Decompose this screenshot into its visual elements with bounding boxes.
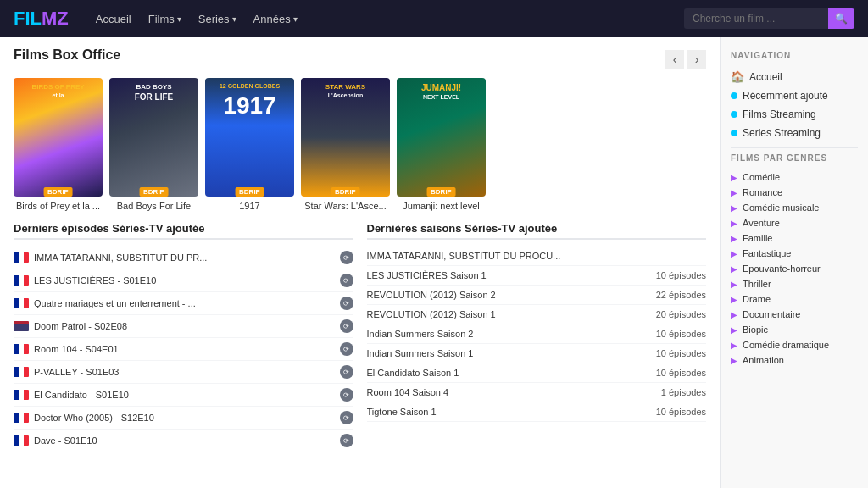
movies-row: BIRDS OF PREY et la BDRIP Birds of Prey …	[14, 78, 706, 212]
genre-label-comedie-musicale: Comédie musicale	[743, 202, 819, 213]
search-input[interactable]	[684, 8, 828, 29]
bdrip-badboys: BDRIP	[139, 187, 169, 197]
genre-label-epouvante: Epouvante-horreur	[743, 263, 821, 274]
saison-count-3: 20 épisodes	[656, 309, 706, 319]
genre-famille[interactable]: ▶Famille	[731, 230, 858, 246]
movie-card-birds[interactable]: BIRDS OF PREY et la BDRIP Birds of Prey …	[14, 78, 103, 212]
search-button[interactable]: 🔍	[828, 8, 854, 29]
list-item-s4[interactable]: Indian Summers Saison 2 10 épisodes	[367, 324, 707, 344]
list-item-s0[interactable]: IMMA TATARANNI, SUBSTITUT DU PROCU...	[367, 247, 707, 266]
genre-arrow: ▶	[731, 219, 737, 228]
saison-count-7: 1 épisodes	[661, 387, 706, 397]
genre-biopic[interactable]: ▶Biopic	[731, 322, 858, 337]
list-item-s3[interactable]: REVOLUTION (2012) Saison 1 20 épisodes	[367, 305, 707, 324]
genre-label-romance: Romance	[743, 187, 782, 197]
movie-card-starwars[interactable]: STAR WARS L'Ascension BDRIP Star Wars: L…	[301, 78, 390, 212]
carousel-nav: ‹ ›	[665, 50, 706, 69]
saison-text-6: El Candidato Saison 1	[367, 368, 651, 378]
genre-label-aventure: Aventure	[743, 218, 780, 228]
nav-series[interactable]: Series ▾	[192, 9, 243, 29]
genre-fantastique[interactable]: ▶Fantastique	[731, 246, 858, 261]
list-item-s1[interactable]: LES JUSTICIÈRES Saison 1 10 épisodes	[367, 266, 707, 286]
row-icon-0: ⟳	[340, 251, 353, 264]
flag-fr-2	[14, 298, 29, 308]
genre-label-biopic: Biopic	[743, 324, 768, 335]
nav-section-title: NAVIGATION	[731, 51, 858, 60]
saison-text-3: REVOLUTION (2012) Saison 1	[367, 309, 651, 319]
movie-title-jumanji: Jumanji: next level	[403, 200, 480, 212]
genre-romance[interactable]: ▶Romance	[731, 185, 858, 200]
genre-arrow: ▶	[731, 188, 737, 197]
list-item[interactable]: IMMA TATARANNI, SUBSTITUT DU PR... ⟳	[14, 247, 353, 269]
sidebar-item-series-streaming[interactable]: Series Streaming	[731, 124, 858, 142]
list-item[interactable]: P-VALLEY - S01E03 ⟳	[14, 361, 353, 384]
genre-arrow: ▶	[731, 310, 737, 319]
sidebar-item-films-streaming[interactable]: Films Streaming	[731, 105, 858, 124]
movie-card-badboys[interactable]: BAD BOYS FOR LIFE BDRIP Bad Boys For Lif…	[109, 78, 198, 212]
row-text-0: IMMA TATARANNI, SUBSTITUT DU PR...	[34, 252, 335, 263]
list-item-s8[interactable]: Tigtone Saison 1 10 épisodes	[367, 402, 707, 422]
bdrip-1917: BDRIP	[235, 187, 264, 197]
sidebar-item-recemment[interactable]: Récemment ajouté	[731, 86, 858, 105]
poster-text-birds: BIRDS OF PREY et la	[14, 78, 103, 197]
saison-text-5: Indian Summers Saison 1	[367, 348, 651, 358]
movie-poster-jumanji: JUMANJI! NEXT LEVEL BDRIP	[397, 78, 486, 197]
annees-arrow: ▾	[293, 14, 298, 24]
list-item[interactable]: Doctor Who (2005) - S12E10 ⟳	[14, 407, 353, 430]
nav-accueil[interactable]: Accueil	[89, 9, 138, 29]
sidebar: NAVIGATION 🏠 Accueil Récemment ajouté Fi…	[720, 37, 868, 488]
genre-comedie-dramatique[interactable]: ▶Comédie dramatique	[731, 337, 858, 352]
genre-comedie-musicale[interactable]: ▶Comédie musicale	[731, 200, 858, 215]
genre-label-fantastique: Fantastique	[743, 248, 791, 258]
sidebar-item-accueil[interactable]: 🏠 Accueil	[731, 67, 858, 86]
row-text-4: Room 104 - S04E01	[34, 344, 335, 354]
row-icon-7: ⟳	[340, 411, 353, 424]
home-icon: 🏠	[731, 70, 744, 83]
nav-films[interactable]: Films ▾	[142, 9, 188, 29]
genre-aventure[interactable]: ▶Aventure	[731, 215, 858, 230]
poster-text-starwars: STAR WARS L'Ascension	[301, 78, 390, 197]
genre-label-drame: Drame	[743, 294, 771, 304]
list-item[interactable]: Room 104 - S04E01 ⟳	[14, 338, 353, 361]
row-icon-3: ⟳	[340, 319, 353, 333]
row-text-6: El Candidato - S01E10	[34, 390, 335, 400]
dot-recemment	[731, 92, 737, 99]
genre-arrow: ▶	[731, 280, 737, 289]
list-item-s2[interactable]: REVOLUTION (2012) Saison 2 22 épisodes	[367, 286, 707, 305]
list-item[interactable]: El Candidato - S01E10 ⟳	[14, 384, 353, 407]
genre-arrow: ▶	[731, 203, 737, 213]
list-item[interactable]: Doom Patrol - S02E08 ⟳	[14, 315, 353, 338]
saison-count-8: 10 épisodes	[656, 407, 706, 417]
row-text-3: Doom Patrol - S02E08	[34, 321, 335, 331]
genre-comedie[interactable]: ▶Comédie	[731, 169, 858, 185]
genre-thriller[interactable]: ▶Thriller	[731, 276, 858, 291]
genre-arrow: ▶	[731, 341, 737, 350]
genre-epouvante[interactable]: ▶Epouvante-horreur	[731, 261, 858, 276]
sidebar-series-streaming-label: Series Streaming	[743, 127, 821, 139]
nav-annees[interactable]: Années ▾	[247, 9, 304, 29]
list-item-s5[interactable]: Indian Summers Saison 1 10 épisodes	[367, 344, 707, 363]
list-item[interactable]: Quatre mariages et un enterrement - ... …	[14, 292, 353, 315]
list-item[interactable]: LES JUSTICIÈRES - S01E10 ⟳	[14, 269, 353, 292]
list-item[interactable]: Dave - S01E10 ⟳	[14, 430, 353, 452]
movie-poster-1917: 12 GOLDEN GLOBES 1917 BDRIP	[205, 78, 294, 197]
movie-title-birds: Birds of Prey et la ...	[16, 200, 100, 212]
movie-card-1917[interactable]: 12 GOLDEN GLOBES 1917 BDRIP 1917	[205, 78, 294, 212]
episodes-col: Derniers épisodes Séries-TV ajoutée IMMA…	[14, 222, 353, 452]
sidebar-divider	[731, 147, 858, 148]
carousel-next[interactable]: ›	[687, 50, 706, 69]
list-item-s7[interactable]: Room 104 Saison 4 1 épisodes	[367, 383, 707, 402]
genre-label-famille: Famille	[743, 233, 772, 243]
saison-text-1: LES JUSTICIÈRES Saison 1	[367, 270, 651, 280]
genre-drame[interactable]: ▶Drame	[731, 291, 858, 307]
genre-documentaire[interactable]: ▶Documentaire	[731, 307, 858, 322]
genre-animation[interactable]: ▶Animation	[731, 352, 858, 368]
dot-films-streaming	[731, 111, 737, 118]
logo[interactable]: FILMZ	[14, 8, 69, 30]
flag-fr-8	[14, 435, 29, 446]
bdrip-birds: BDRIP	[43, 187, 73, 197]
search-area: 🔍	[684, 8, 854, 29]
movie-card-jumanji[interactable]: JUMANJI! NEXT LEVEL BDRIP Jumanji: next …	[397, 78, 486, 212]
carousel-prev[interactable]: ‹	[665, 50, 684, 69]
list-item-s6[interactable]: El Candidato Saison 1 10 épisodes	[367, 363, 707, 383]
